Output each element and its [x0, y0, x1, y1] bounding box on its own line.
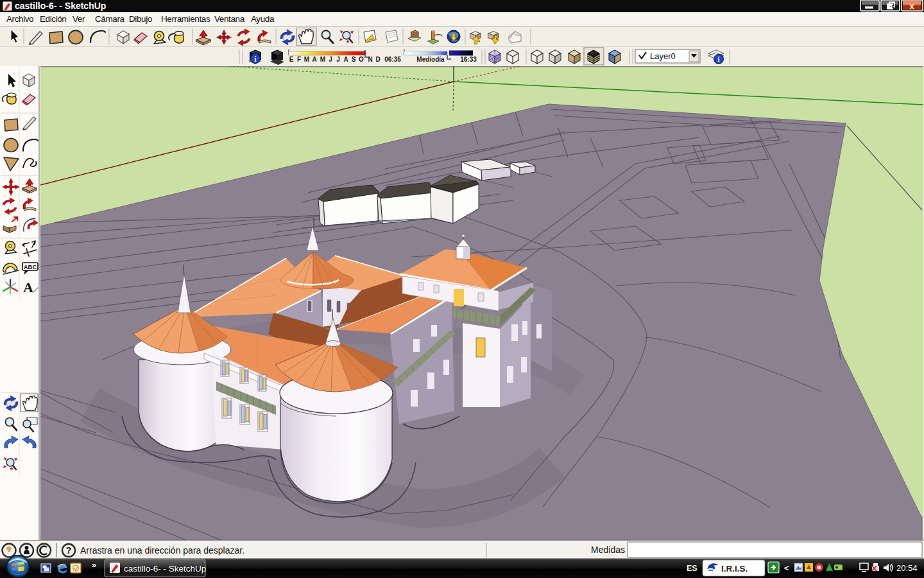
svg-text:I.R.I.S.: I.R.I.S.	[721, 564, 748, 574]
svg-text:x: x	[909, 1, 914, 11]
svg-text:M: M	[320, 56, 325, 63]
svg-text:20:54: 20:54	[896, 563, 918, 573]
svg-text:J: J	[336, 56, 340, 63]
svg-text:D: D	[375, 56, 380, 63]
svg-text:ABC: ABC	[24, 263, 37, 270]
svg-text:J: J	[329, 56, 332, 63]
svg-text:O: O	[359, 56, 364, 63]
svg-text:E: E	[289, 56, 294, 63]
svg-text:<: <	[784, 563, 789, 573]
svg-text:16:33: 16:33	[460, 56, 477, 63]
svg-text:N: N	[368, 56, 372, 63]
svg-text:M: M	[304, 56, 309, 63]
svg-text:S: S	[352, 56, 356, 63]
svg-text:A: A	[23, 279, 33, 295]
svg-text:F: F	[297, 56, 301, 63]
svg-text:A: A	[312, 56, 316, 63]
svg-text:Arrastra en una dirección para: Arrastra en una dirección para desplazar…	[80, 545, 244, 556]
svg-text:Medidas: Medidas	[591, 545, 625, 555]
svg-text:»: »	[92, 560, 96, 570]
svg-text:?: ?	[66, 545, 72, 556]
svg-text:06:35: 06:35	[384, 56, 401, 63]
svg-text:ES: ES	[687, 564, 697, 573]
svg-text:Layer0: Layer0	[650, 51, 676, 61]
svg-text:castillo-6- - SketchUp: castillo-6- - SketchUp	[124, 564, 206, 574]
svg-text:A: A	[343, 56, 348, 63]
svg-text:Mediodía: Mediodía	[416, 56, 445, 63]
